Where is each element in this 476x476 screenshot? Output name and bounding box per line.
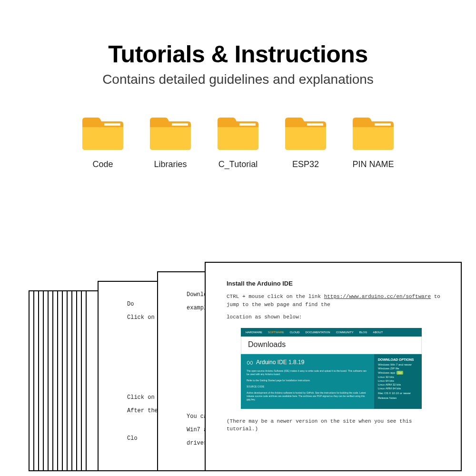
folder-libraries: Libraries <box>149 116 192 169</box>
download-options: DOWNLOAD OPTIONS Windows Win 7 and newer… <box>374 354 422 409</box>
page-subtitle: Contains detailed guidelines and explana… <box>0 72 476 87</box>
folder-label: ESP32 <box>292 159 319 169</box>
document-stack: Do Click on Click on After the Clo Downl… <box>0 219 476 476</box>
svg-rect-4 <box>375 123 391 126</box>
downloads-title: Downloads <box>241 337 422 354</box>
nav-item: DOCUMENTATION <box>306 331 330 334</box>
nav-item: CLOUD <box>290 331 300 334</box>
option: Linux 64 bits <box>378 379 418 382</box>
options-heading: DOWNLOAD OPTIONS <box>378 358 418 361</box>
folder-label: C_Tutorial <box>218 159 258 169</box>
folder-code: Code <box>81 116 124 169</box>
option: Linux ARM 32 bits <box>378 383 418 386</box>
folder-pin-name: PIN NAME <box>352 116 395 169</box>
option: Linux ARM 64 bits <box>378 387 418 390</box>
page-title: Tutorials & Instructions <box>0 40 476 68</box>
nav-item-active: SOFTWARE <box>268 331 284 334</box>
folder-row: Code Libraries C_Tutorial ESP32 PIN NAME <box>0 116 476 169</box>
folder-label: Code <box>92 159 113 169</box>
arduino-logo-icon <box>247 360 253 365</box>
option: Windows Win 7 and newer <box>378 363 418 366</box>
folder-icon <box>149 116 192 151</box>
nav-item: HARDWARE <box>246 331 262 334</box>
doc-link: https://www.arduino.cc/en/software <box>324 294 431 299</box>
svg-rect-0 <box>104 123 120 126</box>
option: Release Notes <box>378 397 418 399</box>
folder-c-tutorial: C_Tutorial <box>217 116 259 169</box>
folder-icon <box>352 116 395 151</box>
nav-item: COMMUNITY <box>336 331 354 334</box>
doc-line: CTRL + mouse click on the link https://w… <box>227 293 442 308</box>
site-nav: HARDWARE SOFTWARE CLOUD DOCUMENTATION CO… <box>241 328 422 337</box>
downloads-main: Arduino IDE 1.8.19 The open-source Ardui… <box>241 354 374 409</box>
header: Tutorials & Instructions Contains detail… <box>0 0 476 87</box>
option: Linux 32 bits <box>378 376 418 378</box>
folder-esp32: ESP32 <box>284 116 327 169</box>
folder-label: Libraries <box>154 159 187 169</box>
svg-rect-1 <box>172 123 188 126</box>
ide-name: Arduino IDE 1.8.19 <box>247 359 368 366</box>
folder-icon <box>284 116 327 151</box>
nav-item: BLOG <box>359 331 367 334</box>
folder-icon <box>81 116 124 151</box>
doc-heading: Install the Arduino IDE <box>227 280 442 287</box>
doc-line: location as shown below: <box>227 313 442 321</box>
option: Mac OS X 10.10 or newer <box>378 392 418 395</box>
downloads-screenshot: HARDWARE SOFTWARE CLOUD DOCUMENTATION CO… <box>241 328 422 409</box>
doc-note: (There may be a newer version on the sit… <box>227 417 442 433</box>
nav-item: ABOUT <box>373 331 383 334</box>
option: Windows appGet <box>378 371 418 375</box>
stack-page-front: Install the Arduino IDE CTRL + mouse cli… <box>205 262 462 471</box>
folder-icon <box>217 116 259 151</box>
svg-rect-3 <box>307 123 323 126</box>
option: Windows ZIP file <box>378 367 418 370</box>
svg-rect-2 <box>239 123 256 126</box>
get-button: Get <box>397 371 403 375</box>
folder-label: PIN NAME <box>352 159 394 169</box>
